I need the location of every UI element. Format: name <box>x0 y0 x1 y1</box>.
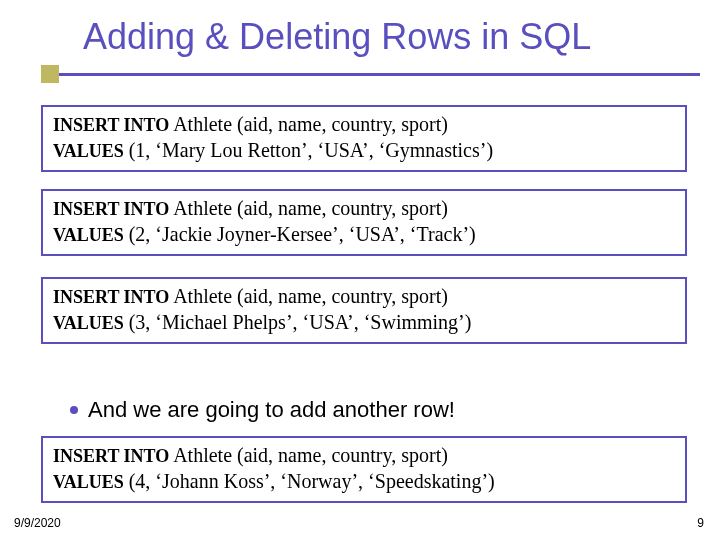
sql-keyword-insert: INSERT INTO <box>53 287 169 307</box>
sql-text: Athlete (aid, name, country, sport) <box>169 197 448 219</box>
sql-text: (4, ‘Johann Koss’, ‘Norway’, ‘Speedskati… <box>124 470 495 492</box>
sql-line: INSERT INTO Athlete (aid, name, country,… <box>53 111 675 137</box>
sql-line: INSERT INTO Athlete (aid, name, country,… <box>53 442 675 468</box>
sql-keyword-values: VALUES <box>53 313 124 333</box>
sql-line: VALUES (2, ‘Jackie Joyner-Kersee’, ‘USA’… <box>53 221 675 247</box>
bullet-text: And we are going to add another row! <box>88 397 455 423</box>
footer-page-number: 9 <box>697 516 704 530</box>
sql-line: INSERT INTO Athlete (aid, name, country,… <box>53 195 675 221</box>
sql-line: INSERT INTO Athlete (aid, name, country,… <box>53 283 675 309</box>
sql-keyword-insert: INSERT INTO <box>53 446 169 466</box>
sql-keyword-values: VALUES <box>53 472 124 492</box>
sql-line: VALUES (3, ‘Michael Phelps’, ‘USA’, ‘Swi… <box>53 309 675 335</box>
footer-date: 9/9/2020 <box>14 516 61 530</box>
sql-line: VALUES (4, ‘Johann Koss’, ‘Norway’, ‘Spe… <box>53 468 675 494</box>
sql-text: (3, ‘Michael Phelps’, ‘USA’, ‘Swimming’) <box>124 311 472 333</box>
title-accent-square <box>41 65 59 83</box>
sql-text: (2, ‘Jackie Joyner-Kersee’, ‘USA’, ‘Trac… <box>124 223 476 245</box>
bullet-line: And we are going to add another row! <box>70 397 455 423</box>
slide-title: Adding & Deleting Rows in SQL <box>83 16 591 58</box>
sql-box-2: INSERT INTO Athlete (aid, name, country,… <box>41 189 687 256</box>
sql-text: Athlete (aid, name, country, sport) <box>169 444 448 466</box>
sql-text: Athlete (aid, name, country, sport) <box>169 285 448 307</box>
sql-box-4: INSERT INTO Athlete (aid, name, country,… <box>41 436 687 503</box>
sql-keyword-values: VALUES <box>53 141 124 161</box>
sql-keyword-values: VALUES <box>53 225 124 245</box>
bullet-icon <box>70 406 78 414</box>
sql-keyword-insert: INSERT INTO <box>53 115 169 135</box>
sql-text: Athlete (aid, name, country, sport) <box>169 113 448 135</box>
title-bar: Adding & Deleting Rows in SQL <box>43 12 700 76</box>
sql-keyword-insert: INSERT INTO <box>53 199 169 219</box>
sql-box-3: INSERT INTO Athlete (aid, name, country,… <box>41 277 687 344</box>
sql-text: (1, ‘Mary Lou Retton’, ‘USA’, ‘Gymnastic… <box>124 139 493 161</box>
sql-line: VALUES (1, ‘Mary Lou Retton’, ‘USA’, ‘Gy… <box>53 137 675 163</box>
sql-box-1: INSERT INTO Athlete (aid, name, country,… <box>41 105 687 172</box>
